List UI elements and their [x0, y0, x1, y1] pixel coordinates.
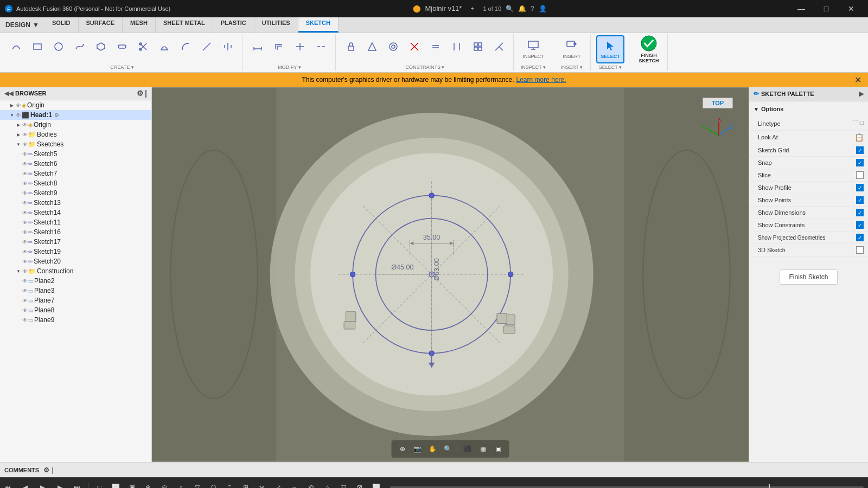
viewcube-container[interactable]: Z Y X TOP [700, 98, 738, 141]
3d-sketch-checkbox[interactable] [856, 246, 864, 254]
visibility-icon[interactable]: 👁 [22, 132, 28, 138]
browser-settings-icon[interactable]: ⚙ [137, 89, 144, 98]
tree-expand-arrow[interactable]: ▶ [9, 102, 15, 108]
sidebar-item-sketch16[interactable]: 👁 ✏ Sketch16 [0, 227, 151, 237]
slot-tool-btn[interactable] [112, 35, 132, 58]
design-dropdown-btn[interactable]: DESIGN ▼ [0, 17, 44, 33]
visibility-icon[interactable]: 👁 [22, 239, 28, 245]
user-icon[interactable]: 👤 [539, 5, 547, 12]
polygon-tool-btn[interactable] [91, 35, 111, 58]
bottom-tool-16[interactable]: ▽ [336, 480, 351, 489]
scissors-tool-btn[interactable] [133, 35, 153, 58]
sidebar-item-sketch6[interactable]: 👁 ✏ Sketch6 [0, 159, 151, 169]
bottom-tool-15[interactable]: △ [320, 480, 335, 489]
sidebar-item-sketch9[interactable]: 👁 ✏ Sketch9 [0, 188, 151, 198]
show-profile-checkbox[interactable]: ✓ [856, 184, 864, 191]
visibility-icon[interactable]: 👁 [22, 317, 28, 323]
fillet-tool-btn[interactable] [176, 35, 195, 58]
bottom-tool-1[interactable]: □ [92, 480, 107, 489]
viewcube-top-btn[interactable]: TOP [703, 98, 733, 108]
tab-solid[interactable]: SOLID [44, 17, 79, 33]
visibility-icon[interactable]: 👁 [22, 268, 28, 274]
bottom-tool-12[interactable]: ⤢ [271, 480, 286, 489]
slice-checkbox[interactable] [856, 171, 864, 179]
bottom-tool-5[interactable]: ◎ [157, 480, 172, 489]
tree-expand-arrow[interactable]: ▼ [15, 141, 22, 147]
visibility-icon[interactable]: 👁 [22, 142, 28, 147]
sidebar-item-sketch8[interactable]: 👁 ✏ Sketch8 [0, 178, 151, 188]
visibility-icon[interactable]: 👁 [22, 171, 28, 177]
linetype-icon2[interactable]: □ [860, 119, 864, 128]
sidebar-item-sketch19[interactable]: 👁 ✏ Sketch19 [0, 247, 151, 256]
sidebar-item-sketch17[interactable]: 👁 ✏ Sketch17 [0, 237, 151, 247]
sidebar-item-sketch11[interactable]: 👁 ✏ Sketch11 [0, 217, 151, 227]
bottom-tool-4[interactable]: ⊕ [141, 480, 156, 489]
visibility-icon[interactable]: 👁 [22, 288, 28, 294]
comments-resize-icon[interactable]: | [52, 466, 53, 474]
sidebar-item-head1[interactable]: ▼ 👁 ⬛ Head:1 ⚙ [0, 110, 151, 120]
visibility-icon[interactable]: 👁 [22, 220, 28, 226]
next-frame-btn[interactable]: ▶ [52, 480, 67, 489]
bottom-tool-10[interactable]: ⊞ [238, 480, 253, 489]
head1-settings-icon[interactable]: ⚙ [54, 112, 59, 118]
tree-expand-arrow[interactable]: ▼ [15, 268, 22, 274]
browser-resize-icon[interactable]: | [145, 89, 147, 98]
trim-tool-btn[interactable] [290, 35, 310, 58]
tree-expand-arrow[interactable]: ▶ [15, 131, 22, 138]
timeline-cursor[interactable] [769, 484, 770, 489]
sidebar-item-plane7[interactable]: 👁 ▭ Plane7 [0, 296, 151, 305]
visibility-icon[interactable]: 👁 [16, 102, 21, 108]
fit-to-screen-btn[interactable]: ⬛ [462, 442, 475, 455]
bottom-tool-3[interactable]: ▣ [124, 480, 139, 489]
finish-sketch-palette-btn[interactable]: Finish Sketch [780, 269, 837, 285]
last-frame-btn[interactable]: ⏭ [69, 480, 85, 489]
browser-collapse-icon[interactable]: ◀◀ [4, 90, 13, 97]
inspect-btn[interactable]: INSPECT [519, 35, 547, 63]
prev-frame-btn[interactable]: ◀ [17, 480, 33, 489]
visibility-icon[interactable]: 👁 [22, 181, 28, 187]
viewport[interactable]: 35.00 Ø63.00 Ø45.00 [152, 87, 749, 462]
sidebar-item-bodies[interactable]: ▶ 👁 📁 Bodies [0, 130, 151, 139]
bottom-tool-2[interactable]: ⬜ [108, 480, 123, 489]
array-btn[interactable] [468, 35, 488, 58]
sidebar-item-sketch13[interactable]: 👁 ✏ Sketch13 [0, 198, 151, 208]
visibility-icon[interactable]: 👁 [22, 278, 28, 284]
visibility-icon[interactable]: 👁 [22, 200, 28, 206]
offset-tool-btn[interactable] [269, 35, 289, 58]
notification-icon[interactable]: 🔔 [518, 5, 526, 12]
notification-close-btn[interactable]: ✕ [854, 75, 861, 85]
bottom-tool-14[interactable]: ⟲ [303, 480, 318, 489]
concentric-constraint-btn[interactable] [384, 35, 403, 58]
circle-tool-btn[interactable] [49, 35, 68, 58]
show-constraints-checkbox[interactable]: ✓ [856, 221, 864, 229]
tab-utilities[interactable]: UTILITIES [254, 17, 298, 33]
snap-to-grid-btn[interactable]: ⊕ [396, 442, 409, 455]
snap-checkbox[interactable]: ✓ [856, 159, 864, 166]
search-icon[interactable]: 🔍 [506, 5, 514, 12]
finish-sketch-ribbon-btn[interactable]: FINISH SKETCH [635, 35, 663, 63]
sidebar-item-sketch7[interactable]: 👁 ✏ Sketch7 [0, 169, 151, 178]
bottom-tool-13[interactable]: ↔ [287, 480, 302, 489]
close-btn[interactable]: ✕ [839, 0, 864, 17]
sidebar-item-origin-head[interactable]: ▶ 👁 ◈ Origin [0, 120, 151, 130]
sidebar-item-sketches[interactable]: ▼ 👁 📁 Sketches [0, 139, 151, 149]
tab-plastic[interactable]: PLASTIC [213, 17, 254, 33]
palette-options-title[interactable]: ▼ Options [754, 104, 864, 114]
select-btn[interactable]: SELECT [596, 35, 624, 63]
timeline-bar[interactable] [390, 486, 864, 489]
show-dimensions-checkbox[interactable]: ✓ [856, 209, 864, 216]
visibility-icon[interactable]: 👁 [22, 210, 28, 216]
maximize-btn[interactable]: □ [814, 0, 839, 17]
pan-btn[interactable]: ✋ [426, 442, 439, 455]
lock-constraint-btn[interactable] [341, 35, 361, 58]
visibility-icon[interactable]: 👁 [22, 190, 28, 196]
grid-display-btn[interactable]: ▦ [477, 442, 490, 455]
help-icon[interactable]: ? [531, 5, 534, 12]
visibility-icon[interactable]: 👁 [22, 151, 28, 157]
bottom-tool-7[interactable]: ▽ [189, 480, 205, 489]
sidebar-item-sketch20[interactable]: 👁 ✏ Sketch20 [0, 256, 151, 266]
camera-btn[interactable]: 📷 [411, 442, 424, 455]
sidebar-item-plane9[interactable]: 👁 ▭ Plane9 [0, 315, 151, 325]
insert-btn[interactable]: INSERT [558, 35, 586, 63]
rectangle-tool-btn[interactable] [28, 35, 47, 58]
